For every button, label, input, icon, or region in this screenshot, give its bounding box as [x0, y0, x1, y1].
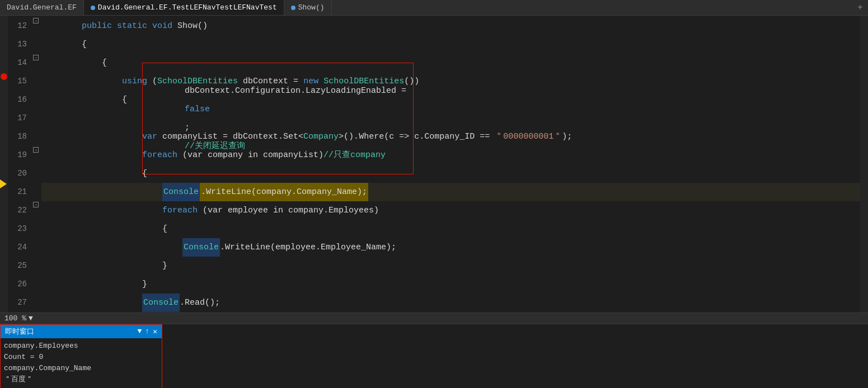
collapse-area: - - - -	[31, 16, 41, 313]
close-icon[interactable]: ✕	[153, 327, 157, 336]
code-line-20: {	[41, 164, 860, 183]
tab-show[interactable]: Show()	[284, 0, 332, 15]
code-line-17: dbContext.Configuration.LazyLoadingEnabl…	[41, 109, 860, 127]
execution-arrow	[0, 179, 7, 188]
writeline-highlight-21: .WriteLine(company.Company_Name);	[200, 183, 368, 201]
code-line-23: {	[41, 220, 860, 238]
collapse-19[interactable]: -	[33, 147, 39, 153]
expand-icon[interactable]: +	[852, 0, 868, 16]
console-highlight-27: Console	[142, 294, 180, 312]
code-line-21: Console .WriteLine(company.Company_Name)…	[41, 183, 860, 201]
code-line-18: var companyList = dbContext.Set< Company…	[41, 127, 860, 146]
pin-icon[interactable]: ▼	[138, 327, 142, 336]
immediate-line-4: ＂百度＂	[4, 374, 158, 385]
panel-rest	[162, 324, 868, 388]
immediate-line-3: company.Company_Name	[4, 363, 158, 374]
immediate-window-controls: ▼ ↑ ✕	[138, 327, 157, 336]
code-line-24: Console .WriteLine(employee.Employee_Nam…	[41, 238, 860, 257]
bottom-panel: 即时窗口 ▼ ↑ ✕ company.Employees Count = 0 c…	[0, 324, 868, 388]
immediate-title-bar: 即时窗口 ▼ ↑ ✕	[1, 325, 162, 338]
left-indicator-bar	[0, 16, 8, 313]
immediate-title: 即时窗口	[5, 327, 34, 337]
tab-active-label: David.General.EF.TestLEFNavTestLEFNavTes…	[98, 3, 277, 12]
status-bar: 100 % ▼	[0, 313, 868, 324]
immediate-line-1: company.Employees	[4, 340, 158, 352]
collapse-14[interactable]: -	[33, 55, 39, 60]
tab-active[interactable]: David.General.EF.TestLEFNavTestLEFNavTes…	[84, 0, 284, 15]
immediate-line-2: Count = 0	[4, 352, 158, 363]
collapse-22[interactable]: -	[33, 202, 39, 207]
console-highlight-21: Console	[162, 183, 200, 201]
zoom-dropdown[interactable]: ▼	[29, 314, 33, 323]
code-line-25: }	[41, 257, 860, 275]
line-numbers: 12 13 14 15 16 17 18 19 20 21 22 23 24 2…	[8, 16, 31, 313]
right-scrollbar[interactable]	[860, 16, 868, 313]
code-content: public static void Show() { { using ( Sc…	[41, 16, 860, 313]
code-line-19: foreach (var company in companyList) //只…	[41, 146, 860, 164]
zoom-level: 100 %	[4, 314, 26, 323]
code-line-27: Console .Read();	[41, 294, 860, 312]
code-line-22: foreach (var employee in company.Employe…	[41, 201, 860, 220]
code-line-26: }	[41, 275, 860, 294]
tab-show-label: Show()	[298, 3, 325, 12]
tab-bar: David.General.EF David.General.EF.TestLE…	[0, 0, 868, 16]
console-highlight-24: Console	[182, 238, 220, 257]
tab-active-dot	[91, 6, 95, 10]
tab-label: David.General.EF	[7, 3, 77, 12]
code-line-12: public static void Show()	[41, 17, 860, 35]
immediate-content: company.Employees Count = 0 company.Comp…	[1, 338, 162, 387]
editor-area: 12 13 14 15 16 17 18 19 20 21 22 23 24 2…	[0, 16, 868, 313]
float-icon[interactable]: ↑	[145, 327, 149, 336]
tab-david-general-ef[interactable]: David.General.EF	[0, 0, 84, 15]
code-line-13: {	[41, 35, 860, 54]
immediate-window: 即时窗口 ▼ ↑ ✕ company.Employees Count = 0 c…	[0, 324, 162, 388]
breakpoint-indicator[interactable]	[1, 73, 7, 80]
tab-show-dot	[291, 6, 295, 10]
collapse-12[interactable]: -	[33, 18, 39, 23]
